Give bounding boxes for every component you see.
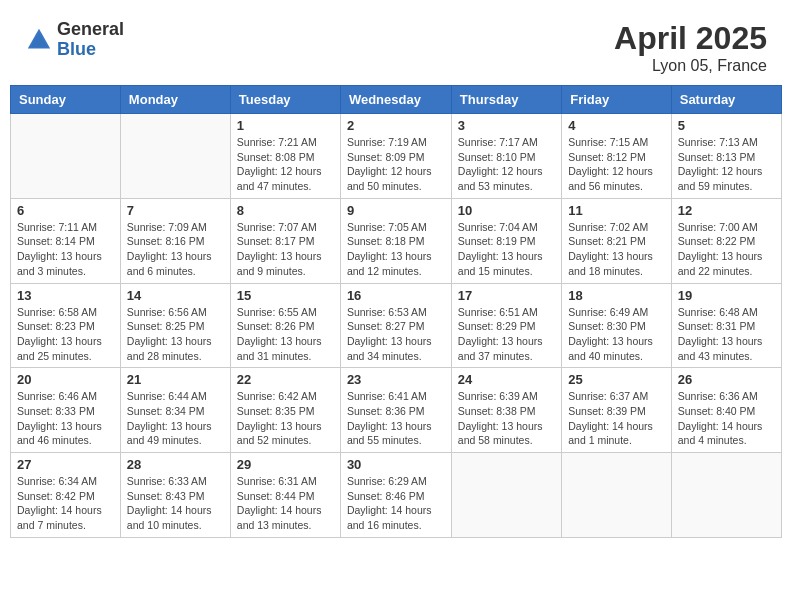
calendar-cell: 1Sunrise: 7:21 AMSunset: 8:08 PMDaylight… — [230, 114, 340, 199]
day-info: Sunrise: 6:31 AMSunset: 8:44 PMDaylight:… — [237, 474, 334, 533]
week-row-4: 20Sunrise: 6:46 AMSunset: 8:33 PMDayligh… — [11, 368, 782, 453]
day-info: Sunrise: 7:05 AMSunset: 8:18 PMDaylight:… — [347, 220, 445, 279]
day-info: Sunrise: 6:34 AMSunset: 8:42 PMDaylight:… — [17, 474, 114, 533]
day-number: 29 — [237, 457, 334, 472]
logo-icon — [25, 26, 53, 54]
calendar-cell: 3Sunrise: 7:17 AMSunset: 8:10 PMDaylight… — [451, 114, 561, 199]
calendar-cell: 7Sunrise: 7:09 AMSunset: 8:16 PMDaylight… — [120, 198, 230, 283]
day-number: 16 — [347, 288, 445, 303]
calendar-cell: 9Sunrise: 7:05 AMSunset: 8:18 PMDaylight… — [340, 198, 451, 283]
day-info: Sunrise: 7:15 AMSunset: 8:12 PMDaylight:… — [568, 135, 665, 194]
calendar-cell: 28Sunrise: 6:33 AMSunset: 8:43 PMDayligh… — [120, 453, 230, 538]
day-number: 2 — [347, 118, 445, 133]
header-friday: Friday — [562, 86, 672, 114]
day-number: 6 — [17, 203, 114, 218]
day-number: 4 — [568, 118, 665, 133]
logo-blue-text: Blue — [57, 40, 124, 60]
calendar-cell: 15Sunrise: 6:55 AMSunset: 8:26 PMDayligh… — [230, 283, 340, 368]
header-tuesday: Tuesday — [230, 86, 340, 114]
calendar-cell: 30Sunrise: 6:29 AMSunset: 8:46 PMDayligh… — [340, 453, 451, 538]
day-info: Sunrise: 6:49 AMSunset: 8:30 PMDaylight:… — [568, 305, 665, 364]
day-number: 13 — [17, 288, 114, 303]
calendar-cell: 22Sunrise: 6:42 AMSunset: 8:35 PMDayligh… — [230, 368, 340, 453]
day-number: 8 — [237, 203, 334, 218]
day-number: 12 — [678, 203, 775, 218]
day-info: Sunrise: 6:36 AMSunset: 8:40 PMDaylight:… — [678, 389, 775, 448]
calendar-cell: 2Sunrise: 7:19 AMSunset: 8:09 PMDaylight… — [340, 114, 451, 199]
location: Lyon 05, France — [614, 57, 767, 75]
logo-text: General Blue — [57, 20, 124, 60]
day-number: 21 — [127, 372, 224, 387]
calendar-cell — [120, 114, 230, 199]
day-number: 5 — [678, 118, 775, 133]
calendar-cell: 19Sunrise: 6:48 AMSunset: 8:31 PMDayligh… — [671, 283, 781, 368]
calendar-cell: 13Sunrise: 6:58 AMSunset: 8:23 PMDayligh… — [11, 283, 121, 368]
week-row-3: 13Sunrise: 6:58 AMSunset: 8:23 PMDayligh… — [11, 283, 782, 368]
day-number: 3 — [458, 118, 555, 133]
day-number: 18 — [568, 288, 665, 303]
day-info: Sunrise: 6:42 AMSunset: 8:35 PMDaylight:… — [237, 389, 334, 448]
calendar-cell: 12Sunrise: 7:00 AMSunset: 8:22 PMDayligh… — [671, 198, 781, 283]
week-row-1: 1Sunrise: 7:21 AMSunset: 8:08 PMDaylight… — [11, 114, 782, 199]
week-row-5: 27Sunrise: 6:34 AMSunset: 8:42 PMDayligh… — [11, 453, 782, 538]
title-area: April 2025 Lyon 05, France — [614, 20, 767, 75]
day-info: Sunrise: 7:13 AMSunset: 8:13 PMDaylight:… — [678, 135, 775, 194]
calendar-cell: 4Sunrise: 7:15 AMSunset: 8:12 PMDaylight… — [562, 114, 672, 199]
day-number: 23 — [347, 372, 445, 387]
day-info: Sunrise: 7:07 AMSunset: 8:17 PMDaylight:… — [237, 220, 334, 279]
calendar-cell — [11, 114, 121, 199]
calendar-cell: 27Sunrise: 6:34 AMSunset: 8:42 PMDayligh… — [11, 453, 121, 538]
calendar-cell — [562, 453, 672, 538]
day-info: Sunrise: 6:56 AMSunset: 8:25 PMDaylight:… — [127, 305, 224, 364]
header-sunday: Sunday — [11, 86, 121, 114]
weekday-header-row: Sunday Monday Tuesday Wednesday Thursday… — [11, 86, 782, 114]
day-number: 26 — [678, 372, 775, 387]
calendar-cell: 23Sunrise: 6:41 AMSunset: 8:36 PMDayligh… — [340, 368, 451, 453]
day-number: 25 — [568, 372, 665, 387]
calendar-cell: 18Sunrise: 6:49 AMSunset: 8:30 PMDayligh… — [562, 283, 672, 368]
day-number: 7 — [127, 203, 224, 218]
day-info: Sunrise: 6:58 AMSunset: 8:23 PMDaylight:… — [17, 305, 114, 364]
day-number: 20 — [17, 372, 114, 387]
day-info: Sunrise: 6:44 AMSunset: 8:34 PMDaylight:… — [127, 389, 224, 448]
day-info: Sunrise: 7:11 AMSunset: 8:14 PMDaylight:… — [17, 220, 114, 279]
logo-general-text: General — [57, 20, 124, 40]
day-number: 17 — [458, 288, 555, 303]
day-info: Sunrise: 6:48 AMSunset: 8:31 PMDaylight:… — [678, 305, 775, 364]
header: General Blue April 2025 Lyon 05, France — [10, 10, 782, 80]
day-number: 22 — [237, 372, 334, 387]
calendar-cell — [671, 453, 781, 538]
day-number: 27 — [17, 457, 114, 472]
day-info: Sunrise: 6:37 AMSunset: 8:39 PMDaylight:… — [568, 389, 665, 448]
day-info: Sunrise: 7:17 AMSunset: 8:10 PMDaylight:… — [458, 135, 555, 194]
day-info: Sunrise: 6:55 AMSunset: 8:26 PMDaylight:… — [237, 305, 334, 364]
day-info: Sunrise: 6:39 AMSunset: 8:38 PMDaylight:… — [458, 389, 555, 448]
day-info: Sunrise: 6:46 AMSunset: 8:33 PMDaylight:… — [17, 389, 114, 448]
calendar-cell: 5Sunrise: 7:13 AMSunset: 8:13 PMDaylight… — [671, 114, 781, 199]
calendar-cell — [451, 453, 561, 538]
day-info: Sunrise: 6:33 AMSunset: 8:43 PMDaylight:… — [127, 474, 224, 533]
day-info: Sunrise: 7:09 AMSunset: 8:16 PMDaylight:… — [127, 220, 224, 279]
day-info: Sunrise: 6:41 AMSunset: 8:36 PMDaylight:… — [347, 389, 445, 448]
calendar-cell: 26Sunrise: 6:36 AMSunset: 8:40 PMDayligh… — [671, 368, 781, 453]
header-monday: Monday — [120, 86, 230, 114]
day-number: 1 — [237, 118, 334, 133]
day-info: Sunrise: 7:21 AMSunset: 8:08 PMDaylight:… — [237, 135, 334, 194]
calendar-cell: 29Sunrise: 6:31 AMSunset: 8:44 PMDayligh… — [230, 453, 340, 538]
header-wednesday: Wednesday — [340, 86, 451, 114]
day-number: 19 — [678, 288, 775, 303]
calendar-cell: 21Sunrise: 6:44 AMSunset: 8:34 PMDayligh… — [120, 368, 230, 453]
day-number: 30 — [347, 457, 445, 472]
calendar-cell: 24Sunrise: 6:39 AMSunset: 8:38 PMDayligh… — [451, 368, 561, 453]
calendar-cell: 8Sunrise: 7:07 AMSunset: 8:17 PMDaylight… — [230, 198, 340, 283]
day-info: Sunrise: 6:29 AMSunset: 8:46 PMDaylight:… — [347, 474, 445, 533]
day-info: Sunrise: 7:00 AMSunset: 8:22 PMDaylight:… — [678, 220, 775, 279]
calendar-cell: 20Sunrise: 6:46 AMSunset: 8:33 PMDayligh… — [11, 368, 121, 453]
month-title: April 2025 — [614, 20, 767, 57]
calendar: Sunday Monday Tuesday Wednesday Thursday… — [10, 85, 782, 538]
day-info: Sunrise: 6:53 AMSunset: 8:27 PMDaylight:… — [347, 305, 445, 364]
header-thursday: Thursday — [451, 86, 561, 114]
calendar-cell: 11Sunrise: 7:02 AMSunset: 8:21 PMDayligh… — [562, 198, 672, 283]
day-info: Sunrise: 7:02 AMSunset: 8:21 PMDaylight:… — [568, 220, 665, 279]
day-info: Sunrise: 6:51 AMSunset: 8:29 PMDaylight:… — [458, 305, 555, 364]
